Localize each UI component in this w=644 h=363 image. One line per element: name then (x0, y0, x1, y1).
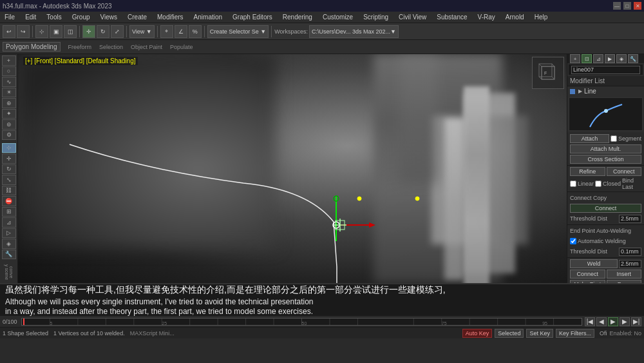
redo-button[interactable]: ↪ (17, 25, 30, 38)
menu-scripting[interactable]: Scripting (361, 13, 390, 21)
lt-display-button[interactable]: ◈ (2, 239, 16, 249)
object-name-input[interactable] (571, 66, 640, 74)
lt-create-button[interactable]: + (2, 55, 16, 66)
key-filters-button[interactable]: Key Filters... (556, 329, 594, 338)
window-crossing-button[interactable]: ◫ (64, 25, 77, 38)
linear-checkbox[interactable] (570, 181, 576, 187)
menu-customize[interactable]: Customize (321, 13, 355, 21)
menu-substance[interactable]: Substance (435, 13, 469, 21)
menu-modifiers[interactable]: Modifiers (155, 13, 185, 21)
threshold-dist2-input[interactable] (619, 248, 641, 256)
timeline-track[interactable]: 5 25 50 75 95 (21, 318, 582, 326)
menu-create[interactable]: Create (126, 13, 149, 21)
minimize-button[interactable]: — (613, 2, 621, 10)
status-right: Auto Key Selected Set Key Key Filters...… (462, 329, 641, 338)
menu-file[interactable]: File (3, 13, 17, 21)
rp-utilities-btn[interactable]: 🔧 (628, 54, 638, 63)
connect-copy-button[interactable]: Connect (570, 204, 641, 213)
percent-snap-button[interactable]: % (189, 25, 202, 38)
selected-button[interactable]: Selected (495, 329, 524, 338)
angle-snap-button[interactable]: ∠ (175, 25, 187, 38)
close-button[interactable]: ✕ (634, 2, 641, 10)
lt-utilities-button[interactable]: 🔧 (2, 250, 16, 260)
named-selections-button[interactable]: Create Selector Se ▼ (207, 25, 269, 38)
viewport[interactable]: [+] [Front] [Standard] [Default Shading]… (18, 54, 567, 283)
menu-animation[interactable]: Animation (192, 13, 224, 21)
lt-move-button[interactable]: ✛ (2, 153, 16, 164)
play-button[interactable]: ▶ (608, 317, 618, 326)
rp-motion-btn[interactable]: ▶ (605, 54, 615, 63)
connect2-button[interactable]: Connect (570, 270, 605, 279)
lt-rotate-button[interactable]: ↻ (2, 164, 16, 175)
go-to-start-button[interactable]: |◀ (585, 317, 595, 326)
weld-button[interactable]: Weld (570, 259, 618, 268)
weld-input[interactable] (619, 260, 641, 268)
nav-cube[interactable]: F (532, 57, 564, 89)
populate-label[interactable]: Populate (170, 44, 193, 50)
modifier-line-item[interactable]: ▶ Line (567, 86, 644, 96)
select-region-button[interactable]: ▣ (50, 25, 62, 38)
closed-checkbox[interactable] (595, 181, 601, 187)
menu-tools[interactable]: Tools (44, 13, 63, 21)
rp-hierarchy-btn[interactable]: ⊿ (593, 54, 603, 63)
lt-bind-button[interactable]: ⊞ (2, 207, 16, 217)
select-move-button[interactable]: ✛ (82, 25, 95, 38)
lt-unlink-button[interactable]: ⛔ (2, 196, 16, 206)
snap-toggle-button[interactable]: ⌖ (160, 25, 173, 38)
lt-motion-button[interactable]: ▷ (2, 228, 16, 239)
select-button[interactable]: ⊹ (35, 25, 48, 38)
menu-civil-view[interactable]: Civil View (397, 13, 428, 21)
menu-arnold[interactable]: Arnold (504, 13, 526, 21)
lt-shapes-button[interactable]: ∿ (2, 77, 16, 87)
workspace-dropdown[interactable]: C:\Users\Dev... 3ds Max 202... ▼ (309, 25, 399, 38)
linear-closed-row: Linear Closed Bind Last (567, 177, 644, 191)
menu-views[interactable]: Views (99, 13, 120, 21)
toolbar-sep5 (204, 26, 205, 37)
connect-button[interactable]: Connect (607, 167, 642, 176)
reference-coord-button[interactable]: View ▼ (129, 25, 155, 38)
attach-button[interactable]: Attach (570, 134, 609, 143)
lt-systems-button[interactable]: ⚙ (2, 130, 16, 141)
cross-section-button[interactable]: Cross Section (570, 155, 641, 164)
insert-button[interactable]: Insert (607, 270, 642, 279)
lt-link-button[interactable]: ⛓ (2, 186, 16, 196)
segment-checkbox[interactable] (611, 135, 617, 142)
next-frame-button[interactable]: ▶ (620, 317, 630, 326)
lt-geometry-button[interactable]: ○ (2, 66, 16, 77)
prev-frame-button[interactable]: ◀ (596, 317, 607, 326)
menu-vray[interactable]: V-Ray (476, 13, 497, 21)
lt-helpers-button[interactable]: ✦ (2, 109, 16, 119)
lt-select-button[interactable]: ⊹ (2, 143, 16, 153)
lt-lights-button[interactable]: ☀ (2, 88, 16, 98)
freeform-label[interactable]: Freeform (68, 44, 92, 50)
lt-cameras-button[interactable]: ⊕ (2, 98, 16, 108)
attach-mult-button[interactable]: Attach Mult. (570, 144, 641, 153)
auto-key-button[interactable]: Auto Key (462, 329, 493, 338)
selection-label[interactable]: Selection (99, 44, 123, 50)
menu-group[interactable]: Group (70, 13, 92, 21)
auto-weld-checkbox[interactable] (570, 238, 576, 244)
set-key-button[interactable]: Set Key (526, 329, 553, 338)
rp-display-btn[interactable]: ◈ (616, 54, 627, 63)
go-to-end-button[interactable]: ▶| (631, 317, 641, 326)
threshold-dist-input[interactable] (619, 215, 641, 223)
cross-section-row: Cross Section (567, 154, 644, 164)
rotate-button[interactable]: ↻ (97, 25, 109, 38)
refine-button[interactable]: Refine (570, 167, 605, 176)
menu-edit[interactable]: Edit (23, 13, 38, 21)
scale-button[interactable]: ⤢ (111, 25, 124, 38)
rp-modify-btn[interactable]: ⊡ (582, 54, 592, 63)
menu-help[interactable]: Help (533, 13, 550, 21)
undo-button[interactable]: ↩ (3, 25, 15, 38)
lt-hierarchy-button[interactable]: ⊿ (2, 217, 16, 228)
rp-create-btn[interactable]: + (570, 54, 580, 63)
menu-rendering[interactable]: Rendering (281, 13, 314, 21)
lt-spacewarps-button[interactable]: ⊚ (2, 119, 16, 130)
maximize-button[interactable]: □ (623, 2, 631, 10)
polygon-modeling-label[interactable]: Polygon Modeling (3, 42, 61, 52)
lt-scale-button[interactable]: ⤡ (2, 175, 16, 185)
menu-graph-editors[interactable]: Graph Editors (231, 13, 274, 21)
object-paint-label[interactable]: Object Paint (131, 44, 162, 50)
toolbar-sep6 (271, 26, 272, 37)
window-controls[interactable]: — □ ✕ (613, 2, 641, 10)
